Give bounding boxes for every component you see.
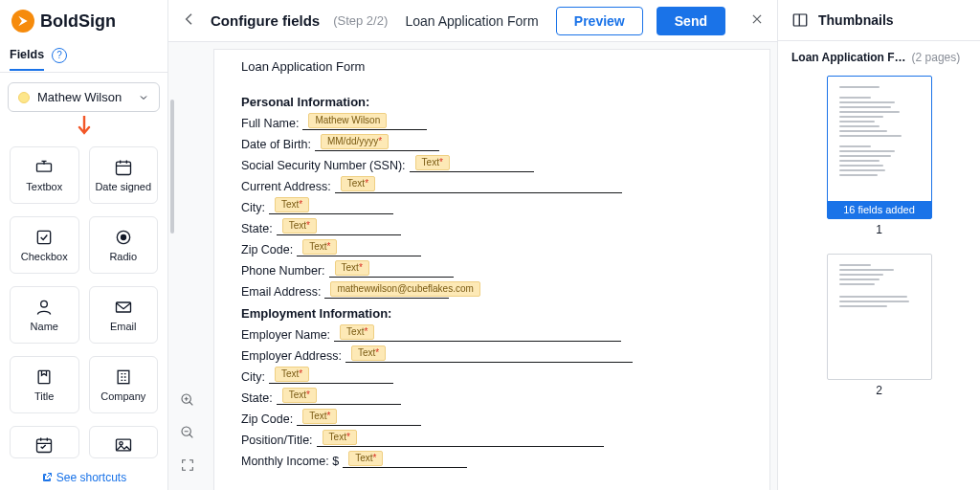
svg-rect-0: [37, 164, 52, 171]
thumbnails-subheading: Loan Application F… (2 pages): [791, 51, 967, 64]
brand-logo-icon: [11, 10, 34, 33]
see-shortcuts-label: See shortcuts: [56, 471, 126, 484]
form-input-line: Text: [335, 178, 622, 193]
date-signed-icon: [114, 158, 133, 177]
form-row: Zip Code:Text: [241, 241, 743, 256]
form-label: State:: [241, 222, 273, 235]
field-placeholder[interactable]: Text: [348, 451, 383, 466]
form-label: Full Name:: [241, 117, 299, 130]
field-tile-date-signed[interactable]: Date signed: [89, 146, 159, 204]
radio-icon: [114, 228, 133, 247]
email-icon: [114, 298, 133, 317]
field-placeholder[interactable]: Text: [340, 324, 374, 340]
doc-heading: Loan Application Form: [241, 56, 743, 91]
close-icon: [750, 12, 764, 26]
field-tile-label: Title: [34, 390, 54, 402]
form-input-line: Text: [329, 262, 454, 278]
field-placeholder[interactable]: Mathew Wilson: [308, 113, 387, 128]
form-label: Zip Code:: [241, 412, 293, 426]
zoom-in-icon[interactable]: [180, 392, 195, 408]
thumbnail-page-2[interactable]: [827, 254, 932, 380]
thumb-doc-name: Loan Application F…: [791, 51, 906, 64]
form-input-line: Text: [297, 411, 421, 426]
field-tile-textbox[interactable]: Textbox: [10, 146, 79, 204]
preview-button[interactable]: Preview: [556, 7, 643, 35]
see-shortcuts-link[interactable]: See shortcuts: [0, 465, 167, 490]
field-tile-radio[interactable]: Radio: [89, 216, 159, 274]
svg-rect-7: [38, 370, 50, 383]
svg-point-5: [41, 301, 48, 307]
close-button[interactable]: [750, 12, 764, 30]
chevron-left-icon: [182, 11, 197, 27]
field-tile-email[interactable]: Email: [89, 286, 159, 344]
form-label: Social Security Number (SSN):: [241, 159, 406, 172]
field-placeholder[interactable]: Text: [323, 430, 357, 445]
sidebar-tabs: Fields ?: [0, 42, 167, 73]
thumb-page-number-1: 1: [791, 223, 967, 236]
field-palette: TextboxDate signedCheckboxRadioNameEmail…: [0, 141, 167, 465]
form-row: City:Text: [241, 368, 743, 384]
drag-hint-arrow-icon: [78, 116, 91, 141]
field-placeholder[interactable]: Text: [351, 345, 386, 361]
document-canvas[interactable]: Loan Application Form Personal Informati…: [168, 42, 777, 490]
field-tile-label: Textbox: [26, 181, 62, 192]
canvas-scrollbar[interactable]: [168, 42, 176, 490]
field-placeholder[interactable]: Text: [282, 388, 317, 403]
brand: BoldSign: [0, 0, 167, 42]
field-tile-name[interactable]: Name: [10, 286, 79, 344]
signer-color-dot-icon: [18, 92, 30, 103]
svg-rect-6: [116, 302, 130, 312]
form-label: Employer Name:: [241, 328, 330, 342]
field-tile-company[interactable]: Company: [89, 356, 159, 413]
field-tile-checkbox[interactable]: Checkbox: [10, 216, 79, 274]
field-tile-label: Company: [100, 390, 145, 402]
field-placeholder[interactable]: Text: [275, 367, 309, 382]
thumb-page-number-2: 2: [791, 384, 967, 397]
checkbox-icon: [34, 228, 54, 247]
form-label: State:: [241, 391, 273, 405]
field-placeholder[interactable]: MM/dd/yyyy: [321, 134, 389, 149]
field-placeholder[interactable]: Text: [282, 218, 317, 234]
help-icon[interactable]: ?: [52, 48, 67, 63]
field-tile-title[interactable]: Title: [10, 356, 79, 413]
field-placeholder[interactable]: Text: [302, 409, 337, 424]
field-placeholder[interactable]: Text: [275, 197, 309, 212]
signer-dropdown[interactable]: Mathew Wilson: [8, 82, 160, 112]
form-row: Position/Title:Text: [241, 432, 743, 447]
fullscreen-icon[interactable]: [180, 457, 195, 473]
zoom-out-icon[interactable]: [180, 425, 195, 440]
name-icon: [34, 298, 54, 317]
form-input-line: Text: [317, 432, 604, 447]
form-input-line: Text: [345, 347, 633, 363]
form-row: Employer Name:Text: [241, 326, 743, 342]
field-placeholder[interactable]: Text: [341, 176, 375, 191]
field-placeholder[interactable]: Text: [415, 155, 450, 170]
company-icon: [114, 368, 133, 387]
form-input-line: mathewwilson@cubeflakes.com: [324, 283, 449, 299]
tab-fields[interactable]: Fields: [10, 48, 44, 71]
topbar: Configure fields (Step 2/2) Loan Applica…: [168, 0, 777, 42]
field-placeholder[interactable]: Text: [335, 260, 369, 276]
form-input-line: Text: [334, 326, 621, 342]
page-title: Configure fields: [211, 12, 320, 29]
thumbnail-page-1[interactable]: 16 fields added: [827, 76, 932, 219]
field-tile-image[interactable]: [89, 426, 159, 458]
thumb-pages-count: (2 pages): [912, 51, 961, 64]
form-label: Zip Code:: [241, 243, 293, 256]
field-tile-date[interactable]: [10, 426, 79, 458]
field-placeholder[interactable]: mathewwilson@cubeflakes.com: [330, 281, 479, 297]
thumbnails-panel: Thumbnails Loan Application F… (2 pages)…: [777, 0, 980, 490]
document-page: Loan Application Form Personal Informati…: [214, 50, 769, 490]
svg-point-4: [121, 235, 125, 240]
field-placeholder[interactable]: Text: [302, 239, 337, 255]
thumbnails-icon: [791, 11, 809, 29]
external-link-icon: [41, 472, 53, 483]
back-button[interactable]: [182, 11, 197, 31]
form-input-line: MM/dd/yyyy: [315, 136, 439, 151]
send-button[interactable]: Send: [657, 7, 725, 35]
thumbnails-heading: Thumbnails: [791, 11, 967, 29]
form-input-line: Mathew Wilson: [302, 115, 427, 130]
svg-rect-2: [38, 231, 51, 243]
form-label: Monthly Income: $: [241, 455, 339, 468]
form-label: Email Address:: [241, 285, 321, 299]
